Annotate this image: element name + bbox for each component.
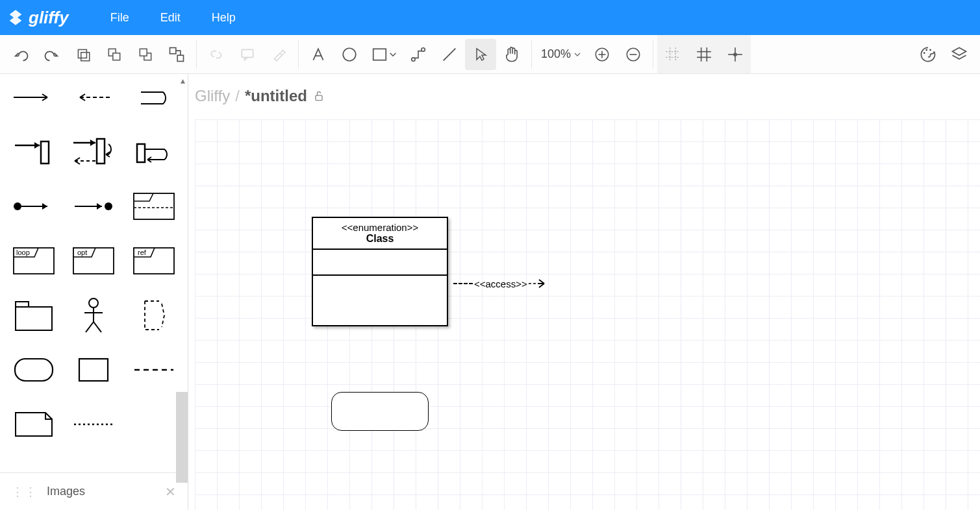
access-label: <<access>> xyxy=(474,278,527,289)
toolbar-separator xyxy=(653,40,653,69)
group-button[interactable] xyxy=(161,39,192,70)
svg-rect-8 xyxy=(242,49,253,57)
shape-package[interactable] xyxy=(6,297,61,334)
toolbar-separator xyxy=(531,40,532,69)
svg-point-55 xyxy=(89,298,98,308)
shape-call-return[interactable] xyxy=(66,134,121,170)
guides-button[interactable] xyxy=(720,39,751,70)
eyedropper-button xyxy=(263,39,294,70)
svg-rect-38 xyxy=(97,139,105,164)
menu-help[interactable]: Help xyxy=(212,11,236,25)
svg-point-32 xyxy=(929,49,931,51)
text-tool-button[interactable] xyxy=(303,39,334,70)
zoom-value: 100% xyxy=(541,47,571,61)
svg-line-58 xyxy=(86,322,94,332)
circle-tool-button[interactable] xyxy=(334,39,365,70)
shape-sync-call[interactable] xyxy=(6,134,61,170)
images-panel-label: Images xyxy=(47,485,85,498)
shape-dashed-line[interactable] xyxy=(127,352,181,388)
access-dependency-arrow[interactable]: <<access>> xyxy=(453,278,546,289)
shape-arrow-dashed-left[interactable] xyxy=(66,79,121,115)
unlock-icon xyxy=(312,89,325,103)
breadcrumb-root: Gliffy xyxy=(195,87,230,105)
uml-class-shape[interactable]: <<enumeration>> Class xyxy=(312,217,448,326)
sidebar-scrollbar-thumb[interactable] xyxy=(176,392,188,483)
line-tool-button[interactable] xyxy=(434,39,465,70)
chevron-down-icon xyxy=(573,51,581,58)
shape-palette: loop opt ref xyxy=(6,79,181,443)
svg-rect-64 xyxy=(316,95,322,101)
zoom-out-button[interactable] xyxy=(618,39,649,70)
brand-logo: gliffy xyxy=(6,8,69,28)
uml-class-name: Class xyxy=(316,233,444,245)
rectangle-tool-button[interactable] xyxy=(365,39,403,70)
copy-button[interactable] xyxy=(68,39,99,70)
snap-grid-button[interactable] xyxy=(657,39,688,70)
svg-rect-53 xyxy=(16,307,52,330)
uml-operations-section xyxy=(313,276,447,325)
svg-rect-10 xyxy=(373,49,386,60)
shape-found-message[interactable] xyxy=(6,188,61,225)
svg-point-41 xyxy=(14,202,21,210)
pan-tool-button[interactable] xyxy=(496,39,527,70)
theme-button[interactable] xyxy=(912,39,944,70)
shape-lost-message[interactable] xyxy=(66,188,121,225)
zoom-in-button[interactable] xyxy=(586,39,618,70)
drag-grip-icon: ⋮⋮ xyxy=(12,485,38,499)
svg-rect-60 xyxy=(15,359,53,381)
shapes-sidebar: ▴ loop opt ref xyxy=(0,74,188,510)
menu-file[interactable]: File xyxy=(110,11,129,25)
shape-empty xyxy=(127,406,181,443)
shape-rounded-rect[interactable] xyxy=(6,352,61,388)
svg-rect-3 xyxy=(113,53,120,60)
shape-activation-loop[interactable] xyxy=(127,134,181,170)
connector-tool-button[interactable] xyxy=(403,39,434,70)
images-panel-header[interactable]: ⋮⋮ Images ✕ xyxy=(0,472,188,510)
svg-rect-54 xyxy=(16,302,29,307)
svg-point-12 xyxy=(421,47,425,51)
undo-button[interactable] xyxy=(5,39,36,70)
rounded-rectangle-shape[interactable] xyxy=(331,392,429,431)
gliffy-logo-icon xyxy=(6,8,25,27)
shape-fragment-frame[interactable] xyxy=(127,188,181,225)
shape-dotted-line[interactable] xyxy=(66,406,121,443)
shape-arrow-solid-right[interactable] xyxy=(6,79,61,115)
document-title[interactable]: *untitled xyxy=(245,87,307,105)
shape-ref-frame[interactable]: ref xyxy=(127,243,181,279)
shape-loop-frame[interactable]: loop xyxy=(6,243,61,279)
menu-bar: gliffy File Edit Help xyxy=(0,0,980,35)
shape-actor[interactable] xyxy=(66,297,121,334)
svg-rect-40 xyxy=(137,144,145,162)
svg-rect-7 xyxy=(177,55,183,61)
svg-point-9 xyxy=(343,48,356,61)
zoom-level-dropdown[interactable]: 100% xyxy=(536,47,586,61)
breadcrumb-separator: / xyxy=(235,87,240,105)
toolbar: 100% xyxy=(0,35,980,74)
canvas-area[interactable]: Gliffy / *untitled <<enumeration>> Class… xyxy=(188,74,980,510)
svg-point-30 xyxy=(923,52,925,54)
menu-edit[interactable]: Edit xyxy=(160,11,181,25)
shape-boundary-dashed[interactable] xyxy=(127,297,181,334)
main-area: ▴ loop opt ref xyxy=(0,74,980,510)
open-arrowhead-icon xyxy=(529,278,546,289)
shape-self-loop[interactable] xyxy=(127,79,181,115)
link-button xyxy=(201,39,232,70)
svg-text:loop: loop xyxy=(16,249,30,256)
shape-note[interactable] xyxy=(6,406,61,443)
pointer-tool-button[interactable] xyxy=(465,39,496,70)
redo-button[interactable] xyxy=(36,39,68,70)
shape-rectangle[interactable] xyxy=(66,352,121,388)
canvas-grid[interactable]: <<enumeration>> Class <<access>> xyxy=(195,119,980,510)
show-grid-button[interactable] xyxy=(688,39,720,70)
svg-rect-5 xyxy=(140,49,147,56)
shape-opt-frame[interactable]: opt xyxy=(66,243,121,279)
svg-rect-0 xyxy=(78,49,86,58)
layers-button[interactable] xyxy=(944,39,975,70)
send-back-button[interactable] xyxy=(130,39,161,70)
close-icon[interactable]: ✕ xyxy=(165,484,176,500)
uml-attributes-section xyxy=(313,250,447,276)
svg-text:opt: opt xyxy=(77,249,87,256)
bring-front-button[interactable] xyxy=(99,39,130,70)
svg-text:ref: ref xyxy=(138,249,147,256)
svg-line-13 xyxy=(444,48,456,60)
